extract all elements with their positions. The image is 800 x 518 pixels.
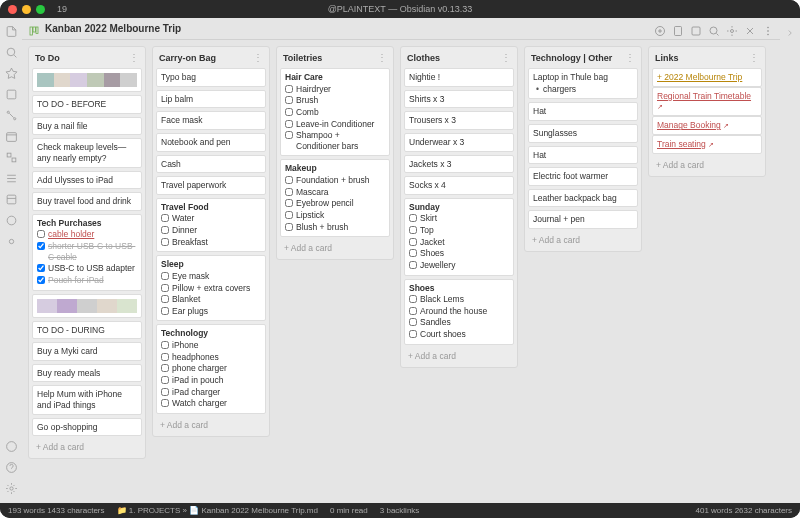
swatches-card[interactable] — [32, 68, 142, 92]
checkbox[interactable] — [409, 318, 417, 326]
link-icon[interactable] — [690, 23, 702, 35]
search-icon[interactable] — [4, 45, 18, 59]
add-card-button[interactable]: + Add a card — [404, 348, 514, 364]
checkbox[interactable] — [409, 214, 417, 222]
checkbox[interactable] — [161, 307, 169, 315]
kanban-card[interactable]: Underwear x 3 — [404, 133, 514, 152]
checkbox[interactable] — [37, 276, 45, 284]
checkbox[interactable] — [161, 376, 169, 384]
kanban-card[interactable]: Electric foot warmer — [528, 167, 638, 186]
section-header-before[interactable]: TO DO - BEFORE — [32, 95, 142, 114]
vault-icon[interactable] — [4, 439, 18, 453]
kanban-card[interactable]: Lip balm — [156, 90, 266, 109]
add-card-button[interactable]: + Add a card — [156, 417, 266, 433]
tech-purchases-card[interactable]: Tech Purchases cable holdershorter USB-C… — [32, 214, 142, 291]
travel-food-card[interactable]: Travel FoodWaterDinnerBreakfast — [156, 198, 266, 253]
more-icon[interactable] — [762, 23, 774, 35]
checkbox[interactable] — [161, 364, 169, 372]
files-icon[interactable] — [4, 24, 18, 38]
canvas-icon[interactable] — [4, 150, 18, 164]
template-icon[interactable] — [4, 192, 18, 206]
collapse-icon[interactable] — [785, 24, 795, 42]
add-card-button[interactable]: + Add a card — [528, 232, 638, 248]
kanban-card[interactable]: Cash — [156, 155, 266, 174]
kanban-card[interactable]: Notebook and pen — [156, 133, 266, 152]
section-header-during[interactable]: TO DO - DURING — [32, 321, 142, 340]
checkbox[interactable] — [161, 214, 169, 222]
makeup-card[interactable]: MakeupFoundation + brushMascaraEyebrow p… — [280, 159, 390, 237]
checkbox[interactable] — [161, 284, 169, 292]
checkbox[interactable] — [285, 131, 293, 139]
kanban-card[interactable]: Typo bag — [156, 68, 266, 87]
pin-icon[interactable] — [672, 23, 684, 35]
kanban-card[interactable]: Add Ulysses to iPad — [32, 171, 142, 190]
maximize-window-button[interactable] — [36, 5, 45, 14]
checkbox[interactable] — [37, 264, 45, 272]
kanban-card[interactable]: Hat — [528, 102, 638, 121]
switcher-icon[interactable] — [4, 87, 18, 101]
checkbox[interactable] — [409, 307, 417, 315]
daily-icon[interactable] — [4, 213, 18, 227]
close-tab-icon[interactable] — [744, 23, 756, 35]
command-icon[interactable] — [4, 171, 18, 185]
kanban-card[interactable]: Help Mum with iPhone and iPad things — [32, 385, 142, 414]
link[interactable]: Regional Train Timetable — [657, 91, 751, 101]
checkbox[interactable] — [285, 223, 293, 231]
link-card[interactable]: + 2022 Melbourne Trip — [652, 68, 762, 87]
kanban-card[interactable]: Buy a Myki card — [32, 342, 142, 361]
add-card-button[interactable]: + Add a card — [32, 439, 142, 455]
thule-card[interactable]: Laptop in Thule bag chargers — [528, 68, 638, 99]
checkbox[interactable] — [409, 295, 417, 303]
close-window-button[interactable] — [8, 5, 17, 14]
sleep-card[interactable]: SleepEye maskPillow + extra coversBlanke… — [156, 255, 266, 321]
shoes-card[interactable]: ShoesBlack LemsAround the houseSandlesCo… — [404, 279, 514, 345]
kanban-card[interactable]: Journal + pen — [528, 210, 638, 229]
kanban-card[interactable]: Check makeup levels—any nearly empty? — [32, 138, 142, 167]
checkbox[interactable] — [409, 238, 417, 246]
status-breadcrumb[interactable]: 📁 1. PROJECTS » 📄 Kanban 2022 Melbourne … — [117, 506, 318, 515]
kanban-card[interactable]: Travel paperwork — [156, 176, 266, 195]
settings-icon[interactable] — [4, 481, 18, 495]
checkbox[interactable] — [285, 85, 293, 93]
checkbox[interactable] — [409, 249, 417, 257]
kanban-card[interactable]: Socks x 4 — [404, 176, 514, 195]
checkbox[interactable] — [285, 199, 293, 207]
minimize-window-button[interactable] — [22, 5, 31, 14]
kanban-card[interactable]: Sunglasses — [528, 124, 638, 143]
checkbox[interactable] — [161, 353, 169, 361]
checkbox[interactable] — [409, 261, 417, 269]
column-menu-icon[interactable]: ⋮ — [625, 52, 635, 63]
checkbox[interactable] — [37, 230, 45, 238]
calendar-icon[interactable] — [4, 129, 18, 143]
graph-icon[interactable] — [4, 108, 18, 122]
link[interactable]: Train seating — [657, 139, 706, 149]
checkbox[interactable] — [161, 341, 169, 349]
checkbox[interactable] — [285, 188, 293, 196]
column-menu-icon[interactable]: ⋮ — [129, 52, 139, 63]
column-menu-icon[interactable]: ⋮ — [253, 52, 263, 63]
checkbox[interactable] — [161, 272, 169, 280]
help-icon[interactable] — [4, 460, 18, 474]
kanban-card[interactable]: Go op-shopping — [32, 418, 142, 437]
kanban-card[interactable]: Shirts x 3 — [404, 90, 514, 109]
checkbox[interactable] — [409, 330, 417, 338]
kanban-card[interactable]: Trousers x 3 — [404, 111, 514, 130]
kanban-card[interactable]: Buy a nail file — [32, 117, 142, 136]
column-menu-icon[interactable]: ⋮ — [377, 52, 387, 63]
add-card-icon[interactable] — [654, 23, 666, 35]
link[interactable]: Manage Booking — [657, 120, 721, 130]
checkbox[interactable] — [285, 211, 293, 219]
link[interactable]: + 2022 Melbourne Trip — [657, 72, 742, 82]
checkbox[interactable] — [285, 120, 293, 128]
column-menu-icon[interactable]: ⋮ — [749, 52, 759, 63]
technology-card[interactable]: TechnologyiPhoneheadphonesphone chargeri… — [156, 324, 266, 413]
link-card[interactable]: Train seating ↗ — [652, 135, 762, 154]
kanban-card[interactable]: Buy ready meals — [32, 364, 142, 383]
search-view-icon[interactable] — [708, 23, 720, 35]
link-card[interactable]: Regional Train Timetable ↗ — [652, 87, 762, 117]
kanban-card[interactable]: Nightie ! — [404, 68, 514, 87]
kanban-card[interactable]: Buy travel food and drink — [32, 192, 142, 211]
kanban-card[interactable]: Jackets x 3 — [404, 155, 514, 174]
checkbox[interactable] — [161, 295, 169, 303]
board-settings-icon[interactable] — [726, 23, 738, 35]
